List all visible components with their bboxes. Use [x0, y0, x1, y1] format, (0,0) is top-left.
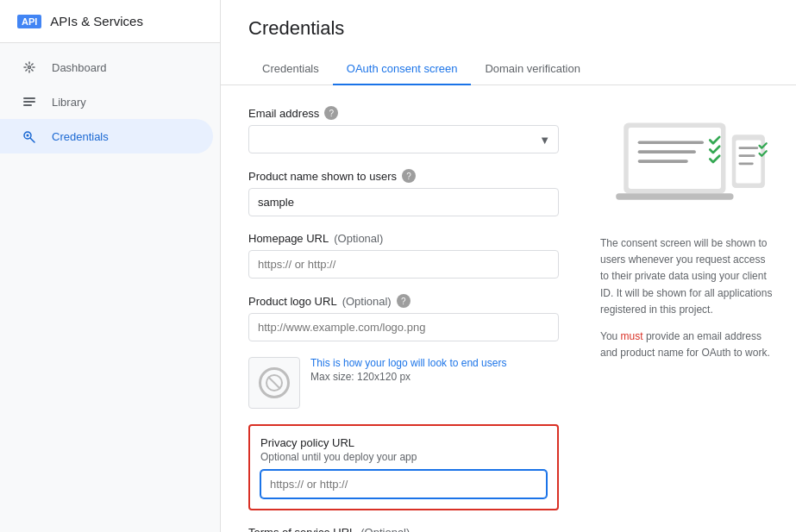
dashboard-icon — [21, 59, 38, 76]
email-label: Email address ? — [248, 106, 559, 120]
tos-group: Terms of service URL (Optional) — [248, 526, 559, 532]
svg-line-7 — [268, 377, 280, 389]
sidebar: API APIs & Services Dashboard Library — [0, 0, 221, 532]
svg-rect-2 — [23, 101, 35, 103]
privacy-policy-input[interactable] — [260, 470, 547, 498]
sidebar-header: API APIs & Services — [0, 0, 220, 43]
api-logo: API — [17, 15, 41, 28]
library-icon — [21, 93, 38, 110]
privacy-policy-box: Privacy policy URL Optional until you de… — [248, 424, 559, 510]
privacy-policy-sublabel: Optional until you deploy your app — [260, 451, 547, 463]
email-help-icon[interactable]: ? — [324, 106, 338, 120]
page-title: Credentials — [248, 17, 768, 40]
info-illustration — [600, 106, 773, 218]
svg-rect-15 — [736, 141, 761, 184]
sidebar-item-credentials[interactable]: Credentials — [0, 119, 213, 153]
must-strong: must — [621, 330, 643, 342]
product-name-group: Product name shown to users ? — [248, 169, 559, 216]
info-text-1: The consent screen will be shown to user… — [600, 235, 773, 318]
logo-url-label: Product logo URL (Optional) ? — [248, 294, 559, 308]
product-name-help-icon[interactable]: ? — [402, 169, 416, 183]
dashboard-label: Dashboard — [52, 61, 107, 74]
sidebar-nav: Dashboard Library Credentials — [0, 43, 220, 153]
product-name-input[interactable] — [248, 188, 559, 216]
sidebar-title: APIs & Services — [50, 14, 143, 28]
content-area: Email address ? ▼ Product name shown to … — [221, 85, 796, 532]
logo-url-optional: (Optional) — [342, 295, 392, 308]
form-area: Email address ? ▼ Product name shown to … — [248, 106, 559, 511]
email-group: Email address ? ▼ — [248, 106, 559, 153]
homepage-input[interactable] — [248, 250, 559, 279]
email-select-wrapper: ▼ — [248, 125, 559, 153]
tab-credentials[interactable]: Credentials — [248, 53, 333, 85]
sidebar-item-library[interactable]: Library — [0, 84, 213, 119]
logo-preview-icon — [259, 367, 290, 398]
homepage-group: Homepage URL (Optional) — [248, 232, 559, 279]
homepage-label: Homepage URL (Optional) — [248, 232, 559, 245]
sidebar-item-dashboard[interactable]: Dashboard — [0, 50, 213, 84]
credentials-label: Credentials — [52, 130, 109, 143]
tab-bar: Credentials OAuth consent screen Domain … — [248, 53, 768, 84]
tos-label: Terms of service URL (Optional) — [248, 526, 559, 532]
homepage-optional: (Optional) — [334, 232, 383, 245]
svg-rect-13 — [616, 193, 733, 199]
svg-rect-3 — [23, 104, 32, 106]
tab-domain[interactable]: Domain verification — [471, 53, 594, 85]
tab-oauth[interactable]: OAuth consent screen — [333, 53, 472, 85]
logo-preview-box — [248, 357, 300, 409]
main-content: Credentials Credentials OAuth consent sc… — [221, 0, 796, 532]
privacy-policy-label: Privacy policy URL — [260, 436, 547, 449]
logo-url-group: Product logo URL (Optional) ? — [248, 294, 559, 341]
svg-rect-1 — [23, 97, 35, 99]
credentials-icon — [21, 128, 38, 145]
logo-preview-row: This is how your logo will look to end u… — [248, 357, 559, 409]
product-name-label: Product name shown to users ? — [248, 169, 559, 183]
main-header: Credentials Credentials OAuth consent sc… — [221, 0, 796, 85]
svg-rect-9 — [629, 128, 721, 189]
tos-optional: (Optional) — [360, 526, 410, 532]
info-area: The consent screen will be shown to user… — [586, 106, 773, 511]
svg-point-0 — [28, 66, 31, 69]
logo-preview-info: This is how your logo will look to end u… — [310, 357, 506, 383]
logo-preview-text: This is how your logo will look to end u… — [310, 357, 506, 369]
logo-url-help-icon[interactable]: ? — [397, 294, 411, 308]
library-label: Library — [52, 96, 86, 109]
email-select[interactable] — [248, 125, 559, 153]
info-text-2: You must provide an email address and pr… — [600, 329, 773, 361]
svg-point-5 — [27, 135, 29, 137]
logo-preview-size: Max size: 120x120 px — [310, 371, 506, 383]
logo-url-input[interactable] — [248, 313, 559, 341]
info-description: The consent screen will be shown to user… — [600, 235, 773, 361]
